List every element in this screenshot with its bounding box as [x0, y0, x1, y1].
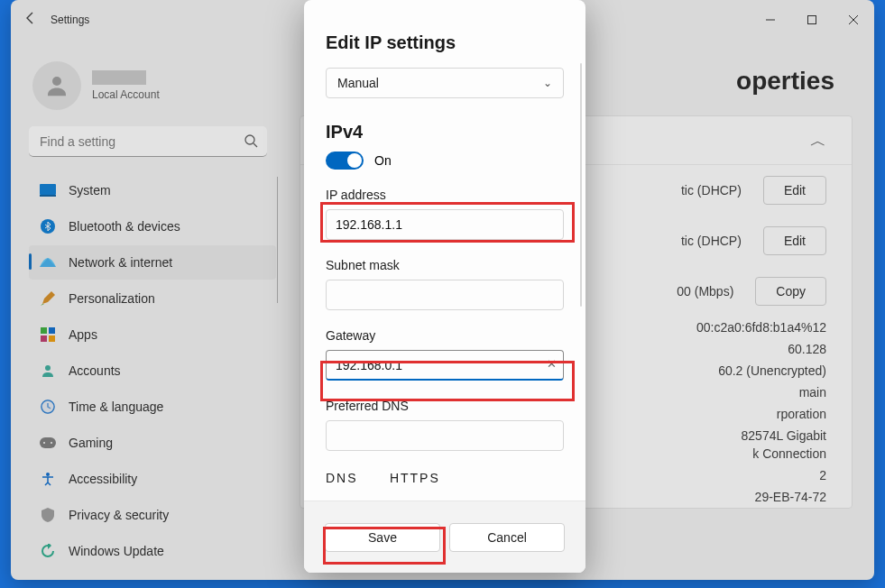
gateway-label: Gateway [326, 328, 564, 343]
cancel-button[interactable]: Cancel [449, 523, 565, 552]
ip-address-label: IP address [326, 188, 564, 202]
preferred-dns-input[interactable] [326, 420, 564, 451]
gateway-input[interactable] [326, 350, 564, 381]
cutoff-text: DNS HTTPS [326, 471, 564, 485]
toggle-label: On [374, 153, 392, 168]
dialog-title: Edit IP settings [326, 32, 564, 53]
subnet-mask-input[interactable] [326, 280, 564, 310]
ipv4-toggle[interactable] [326, 152, 364, 170]
preferred-dns-label: Preferred DNS [326, 399, 564, 413]
ip-mode-select[interactable]: Manual ⌄ [326, 68, 564, 98]
save-button[interactable]: Save [325, 523, 440, 552]
subnet-mask-label: Subnet mask [326, 258, 564, 272]
select-value: Manual [337, 76, 379, 90]
edit-ip-settings-dialog: Edit IP settings Manual ⌄ IPv4 On IP add… [304, 0, 585, 573]
clear-input-icon[interactable]: ✕ [547, 357, 557, 371]
dialog-footer: Save Cancel [304, 501, 585, 573]
chevron-down-icon: ⌄ [543, 77, 552, 89]
dialog-scrollbar[interactable] [580, 63, 582, 307]
ip-address-input[interactable] [326, 209, 564, 240]
ipv4-heading: IPv4 [326, 122, 564, 142]
